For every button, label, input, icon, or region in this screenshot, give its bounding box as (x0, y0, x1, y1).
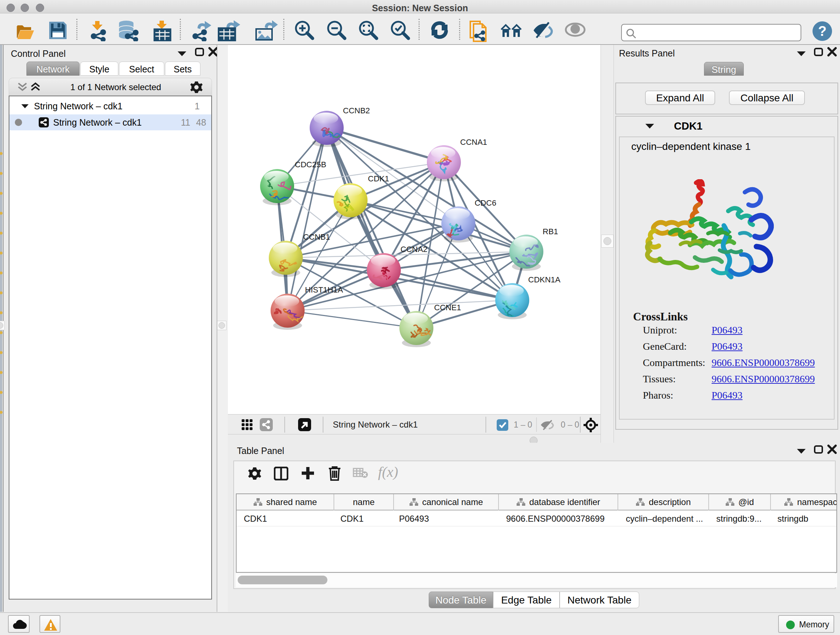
svg-text:CDK1: CDK1 (368, 174, 389, 183)
svg-text:CDC25B: CDC25B (295, 160, 326, 169)
svg-text:?: ? (818, 24, 826, 39)
svg-text:CCNB2: CCNB2 (343, 106, 370, 115)
svg-text:CCNA1: CCNA1 (460, 138, 487, 147)
svg-text:CCNA2: CCNA2 (401, 245, 428, 254)
svg-text:HIST1H1A: HIST1H1A (305, 285, 343, 295)
svg-text:CCNE1: CCNE1 (434, 303, 461, 312)
svg-text:CDKN1A: CDKN1A (528, 275, 561, 284)
svg-text:CCNB1: CCNB1 (303, 233, 330, 241)
svg-text:RB1: RB1 (543, 227, 558, 236)
svg-text:CDC6: CDC6 (475, 198, 496, 207)
